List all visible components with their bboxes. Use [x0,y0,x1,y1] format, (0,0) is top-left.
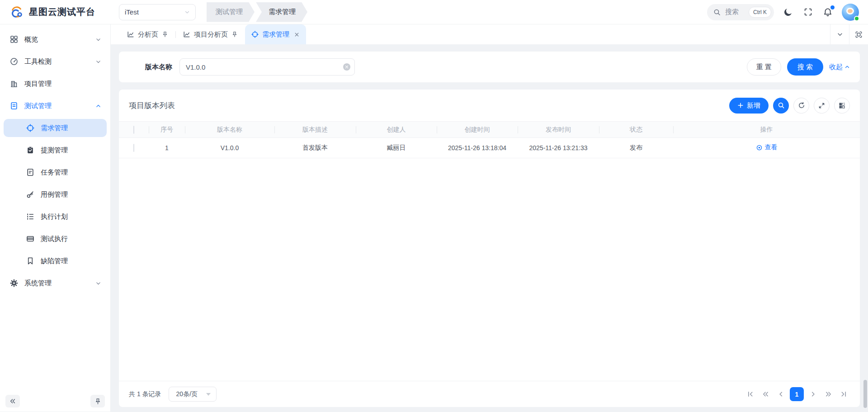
cell-seq: 1 [149,144,185,152]
col-status: 状态 [599,126,673,134]
main-area: 分析页 项目分析页 [111,24,868,412]
scrollbar-thumb[interactable] [863,380,867,408]
col-version-desc: 版本描述 [274,126,356,134]
tab-analysis-page[interactable]: 分析页 [120,24,175,44]
fullscreen-toggle[interactable] [802,6,814,18]
task-icon [26,168,34,176]
breadcrumb: 测试管理 需求管理 [207,2,307,22]
breadcrumb-item-requirement-management[interactable]: 需求管理 [256,2,307,22]
pin-icon[interactable] [162,31,168,38]
sidebar-item-test-management[interactable]: 测试管理 [4,97,107,115]
page-size-select[interactable]: 20条/页 [169,387,217,402]
breadcrumb-item-test-management[interactable]: 测试管理 [207,2,255,22]
gauge-icon [10,57,18,66]
ordered-list-icon [26,213,34,221]
sidebar-item-system-management[interactable]: 系统管理 [4,274,107,292]
pin-icon[interactable] [231,31,238,38]
table-empty-space [119,158,860,381]
tab-list-dropdown-button[interactable] [830,24,849,44]
project-select-value: iTest [125,8,139,16]
pagination: 1 [744,387,850,401]
chevron-down-icon [95,37,101,43]
search-placeholder: 搜索 [725,8,744,16]
refresh-icon [798,102,805,109]
sidebar-pin-button[interactable] [90,395,105,407]
app-title: 星图云测试平台 [29,6,95,18]
jump-forward-button[interactable] [822,388,835,401]
last-page-button[interactable] [837,388,850,401]
user-avatar[interactable] [842,4,859,21]
close-icon[interactable] [294,32,300,38]
chevron-down-icon [184,9,190,15]
global-search[interactable]: 搜索 Ctrl K [707,4,774,20]
notification-badge [830,5,835,9]
sidebar-menu: 概览 工具检测 项目管理 [0,30,110,391]
notifications-button[interactable] [822,6,834,18]
collapse-filter-link[interactable]: 收起 [829,63,850,71]
sidebar-item-overview[interactable]: 概览 [4,30,107,48]
chevron-up-icon [95,103,101,109]
col-version-name: 版本名称 [185,126,274,134]
clear-input-icon[interactable] [343,63,350,71]
total-records: 共 1 条记录 [129,390,161,398]
sidebar-collapse-button[interactable] [5,395,20,407]
sidebar-item-project-management[interactable]: 项目管理 [4,75,107,93]
col-actions: 操作 [673,126,860,134]
sidebar-item-requirement-management[interactable]: 需求管理 [4,119,107,137]
version-name-input[interactable] [179,58,355,76]
chevron-down-icon [837,31,843,38]
sidebar-item-task-management[interactable]: 任务管理 [4,163,107,181]
panel-title: 项目版本列表 [129,100,175,111]
sidebar: 概览 工具检测 项目管理 [0,24,111,412]
toggle-search-button[interactable] [773,98,789,114]
col-published-at: 发布时间 [518,126,599,134]
sidebar-item-case-management[interactable]: 用例管理 [4,185,107,204]
chevron-up-icon [844,64,850,70]
select-all-cell [119,126,149,133]
content-fullscreen-button[interactable] [849,24,868,44]
tab-requirement-management[interactable]: 需求管理 [245,24,306,44]
first-page-button[interactable] [744,388,756,401]
current-page-button[interactable]: 1 [790,387,804,401]
expand-table-button[interactable] [814,98,830,114]
panel-header: 项目版本列表 新增 [119,90,860,121]
grid-icon [10,35,18,43]
search-icon [713,9,721,16]
row-select-cell [119,144,149,152]
view-action-link[interactable]: 查看 [756,143,778,152]
header-actions: 搜索 Ctrl K [707,4,868,21]
bookmark-icon [26,257,34,265]
table-header-row: 序号 版本名称 版本描述 创建人 创建时间 发布时间 状态 操作 [119,121,860,138]
reset-button[interactable]: 重 置 [747,58,781,76]
sidebar-item-execution-plan[interactable]: 执行计划 [4,208,107,226]
sidebar-item-submission-management[interactable]: 提测管理 [4,141,107,159]
dark-mode-toggle[interactable] [782,6,794,18]
search-button[interactable]: 搜 索 [787,58,823,76]
add-button[interactable]: 新增 [729,98,769,114]
chart-icon [127,31,134,38]
sidebar-item-defect-management[interactable]: 缺陷管理 [4,252,107,270]
brand: 星图云测试平台 [0,5,111,19]
table-row: 1 V1.0.0 首发版本 臧丽日 2025-11-26 13:18:04 20… [119,138,860,158]
select-all-checkbox[interactable] [133,126,134,134]
col-created-at: 创建时间 [437,126,518,134]
focus-mode-icon [855,31,863,38]
columns-icon [839,102,845,109]
jump-back-button[interactable] [759,388,772,401]
prev-page-button[interactable] [774,388,787,401]
cell-creator: 臧丽日 [356,144,437,152]
col-creator: 创建人 [356,126,437,134]
next-page-button[interactable] [807,388,819,401]
column-settings-button[interactable] [834,98,850,114]
sidebar-item-test-execution[interactable]: 测试执行 [4,230,107,248]
tab-project-analysis-page[interactable]: 项目分析页 [176,24,245,44]
project-select[interactable]: iTest [119,4,196,20]
page-content: 版本名称 重 置 搜 索 收起 [111,44,868,412]
sidebar-item-tool-detection[interactable]: 工具检测 [4,52,107,71]
row-checkbox[interactable] [133,144,134,152]
version-list-panel: 项目版本列表 新增 [119,90,860,407]
compass-icon [251,31,259,38]
card-icon [26,235,34,243]
filter-panel: 版本名称 重 置 搜 索 收起 [119,52,860,82]
refresh-button[interactable] [793,98,809,114]
